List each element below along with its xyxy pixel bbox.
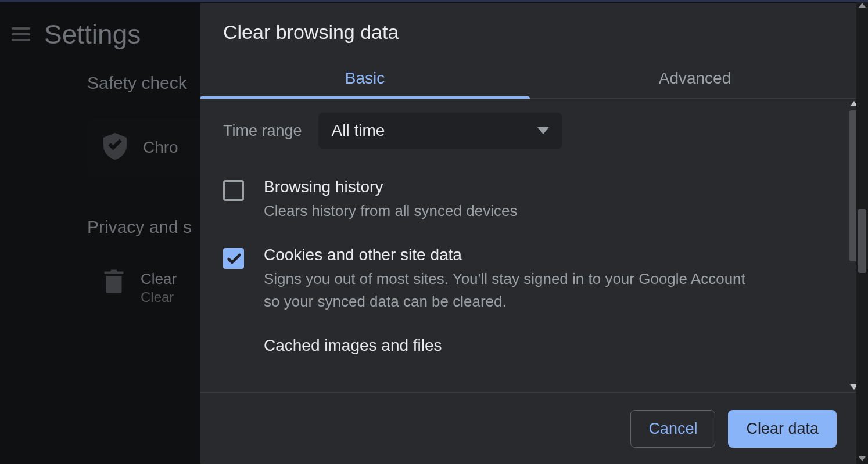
checkbox-browsing-history[interactable]: [223, 180, 244, 201]
scroll-thumb[interactable]: [858, 209, 866, 273]
time-range-label: Time range: [223, 122, 302, 140]
dialog-title: Clear browsing data: [200, 3, 860, 61]
option-browsing-history: Browsing history Clears history from all…: [223, 168, 837, 236]
scroll-up-icon[interactable]: [859, 3, 866, 8]
shield-icon: [103, 132, 127, 163]
clear-text-2: Clear: [141, 289, 177, 305]
tab-advanced[interactable]: Advanced: [530, 61, 860, 98]
trash-icon: [103, 268, 124, 296]
checkbox-cookies[interactable]: [223, 248, 244, 269]
option-title: Browsing history: [264, 178, 517, 196]
hamburger-menu-icon[interactable]: [12, 27, 30, 41]
dialog-tabs: Basic Advanced: [200, 61, 860, 99]
chevron-down-icon: [537, 127, 549, 134]
time-range-select[interactable]: All time: [318, 113, 562, 149]
page-title: Settings: [44, 19, 141, 50]
scroll-down-icon[interactable]: [859, 456, 866, 461]
option-cookies: Cookies and other site data Signs you ou…: [223, 236, 837, 327]
tab-basic[interactable]: Basic: [200, 61, 530, 98]
safety-check-text: Chro: [143, 138, 178, 157]
clear-text-1: Clear: [141, 268, 177, 289]
dialog-footer: Cancel Clear data: [200, 393, 860, 464]
option-title: Cookies and other site data: [264, 246, 752, 264]
clear-browsing-data-dialog: Clear browsing data Basic Advanced Time …: [200, 3, 860, 464]
clear-data-button[interactable]: Clear data: [728, 410, 837, 448]
option-desc: Clears history from all synced devices: [264, 200, 517, 222]
cancel-button[interactable]: Cancel: [630, 410, 715, 448]
page-scrollbar[interactable]: [856, 0, 868, 464]
time-range-value: All time: [332, 121, 385, 140]
window-top-accent: [0, 0, 868, 2]
option-desc: Signs you out of most sites. You'll stay…: [264, 268, 752, 313]
option-title: Cached images and files: [264, 336, 442, 355]
dialog-body: Time range All time Browsing history Cle…: [200, 99, 860, 392]
option-cache: Cached images and files: [223, 327, 837, 359]
